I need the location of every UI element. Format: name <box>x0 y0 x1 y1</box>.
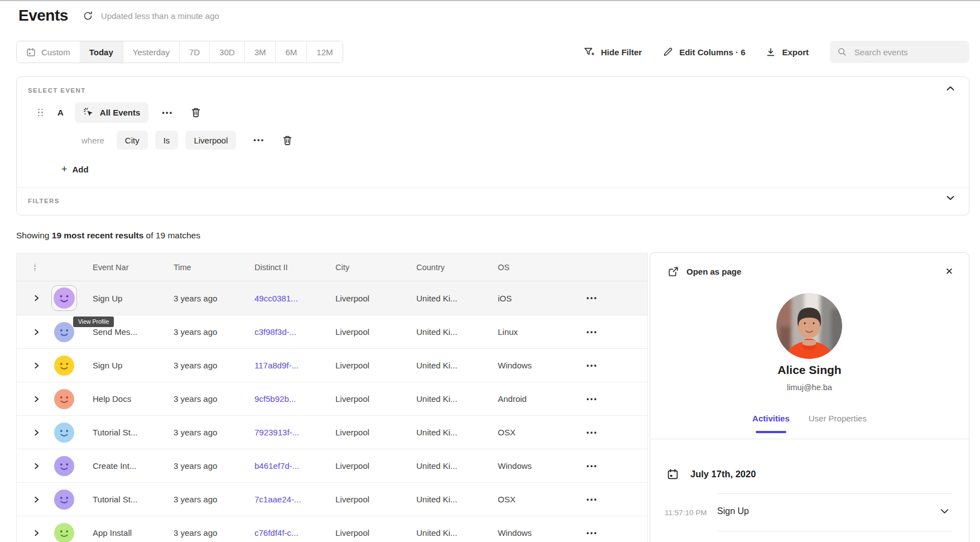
collapse-all-rows-button[interactable]: ↓ ↑ <box>17 263 45 272</box>
collapse-section-button[interactable] <box>947 86 954 91</box>
table-row[interactable]: Sign Up3 years ago49cc0381...LiverpoolUn… <box>17 281 647 315</box>
open-as-page-button[interactable]: Open as page <box>668 266 741 277</box>
add-event-button[interactable]: + Add <box>59 161 91 178</box>
results-suffix: of 19 matches <box>143 231 200 240</box>
date-range-yesterday[interactable]: Yesterday <box>123 41 179 63</box>
row-actions-button[interactable]: ••• <box>571 328 647 336</box>
cell-distinct-id-link[interactable]: c76fdf4f-c... <box>241 528 322 538</box>
user-avatar-icon[interactable] <box>54 423 74 443</box>
refresh-button[interactable] <box>83 11 93 21</box>
row-actions-button[interactable]: ••• <box>571 496 647 503</box>
expand-activity-button[interactable] <box>940 509 949 514</box>
cell-distinct-id-link[interactable]: 9cf5b92b... <box>241 394 322 404</box>
user-avatar-icon[interactable] <box>54 322 74 342</box>
search-icon <box>838 47 847 57</box>
cell-time: 3 years ago <box>160 394 241 404</box>
column-header-event-nar[interactable]: Event Nar <box>79 263 160 272</box>
row-avatar[interactable] <box>45 285 79 311</box>
table-row[interactable]: Sign Up3 years ago117a8d9f-...LiverpoolU… <box>17 348 647 382</box>
row-avatar[interactable] <box>45 456 79 476</box>
row-avatar[interactable] <box>45 423 79 443</box>
table-row[interactable]: Help Docs3 years ago9cf5b92b...Liverpool… <box>17 382 647 415</box>
row-actions-button[interactable]: ••• <box>571 429 647 437</box>
drag-handle-icon[interactable] <box>36 107 45 119</box>
row-actions-button[interactable]: ••• <box>571 395 647 403</box>
row-actions-button[interactable]: ••• <box>571 529 647 537</box>
cell-os: Windows <box>484 361 571 370</box>
row-expand-button[interactable] <box>17 463 45 469</box>
event-selector-chip[interactable]: All Events <box>75 102 149 123</box>
user-avatar-icon[interactable] <box>54 356 74 376</box>
row-actions-button[interactable]: ••• <box>571 462 647 470</box>
search-input[interactable] <box>853 47 962 57</box>
table-row[interactable]: Tutorial St...3 years ago7c1aae24-...Liv… <box>17 482 647 516</box>
row-expand-chevron-icon <box>33 329 40 335</box>
filter-property-chip[interactable]: City <box>117 131 148 150</box>
edit-columns-button[interactable]: Edit Columns · 6 <box>663 47 745 57</box>
user-avatar-icon[interactable] <box>54 287 75 309</box>
row-actions-button[interactable]: ••• <box>571 362 647 370</box>
table-row[interactable]: Create Int...3 years agob461ef7d-...Live… <box>17 449 647 482</box>
cell-distinct-id-link[interactable]: c3f98f3d-... <box>241 327 322 337</box>
date-range-12m[interactable]: 12M <box>306 41 342 63</box>
date-range-6m[interactable]: 6M <box>275 41 306 63</box>
row-expand-button[interactable] <box>17 362 45 369</box>
column-header-city[interactable]: City <box>322 263 403 272</box>
edit-columns-label: Edit Columns · 6 <box>679 47 745 57</box>
event-more-button[interactable]: ••• <box>158 105 176 120</box>
tab-activities[interactable]: Activities <box>752 414 790 433</box>
row-expand-button[interactable] <box>17 329 45 335</box>
cell-distinct-id-link[interactable]: b461ef7d-... <box>241 461 322 471</box>
results-count: Showing 19 most recent results of 19 mat… <box>16 231 200 241</box>
table-row[interactable]: Tutorial St...3 years ago7923913f-...Liv… <box>17 415 647 449</box>
date-range-today[interactable]: Today <box>80 41 123 63</box>
search-box[interactable] <box>830 41 969 63</box>
row-expand-button[interactable] <box>17 429 45 436</box>
filter-value-chip[interactable]: Liverpool <box>185 131 236 150</box>
where-clause-row: where City Is Liverpool ••• <box>81 131 295 150</box>
user-avatar-icon[interactable] <box>54 389 74 409</box>
cell-distinct-id-link[interactable]: 117a8d9f-... <box>241 361 322 370</box>
date-range-control: Custom TodayYesterday7D30D3M6M12M <box>16 41 343 63</box>
delete-filter-button[interactable] <box>280 133 295 148</box>
date-range-30d[interactable]: 30D <box>209 41 244 63</box>
divider <box>717 531 952 531</box>
user-avatar-icon[interactable] <box>54 523 74 542</box>
filter-more-button[interactable]: ••• <box>250 133 268 147</box>
row-expand-button[interactable] <box>17 530 45 536</box>
table-row[interactable]: App Install3 years agoc76fdf4f-c...Liver… <box>17 516 647 542</box>
tab-user-properties[interactable]: User Properties <box>809 414 867 433</box>
user-avatar-icon[interactable] <box>54 490 74 510</box>
hide-filter-button[interactable]: Hide Filter <box>584 47 642 57</box>
column-header-os[interactable]: OS <box>484 263 571 272</box>
event-row-letter: A <box>57 108 64 117</box>
date-range-7d[interactable]: 7D <box>179 41 209 63</box>
cell-distinct-id-link[interactable]: 7923913f-... <box>241 428 322 437</box>
row-expand-chevron-icon <box>33 362 40 369</box>
expand-filters-button[interactable] <box>947 195 954 200</box>
date-range-3m[interactable]: 3M <box>244 41 276 63</box>
row-avatar[interactable] <box>45 389 79 409</box>
cell-distinct-id-link[interactable]: 49cc0381... <box>241 294 322 303</box>
row-avatar[interactable] <box>45 356 79 376</box>
row-expand-button[interactable] <box>17 295 45 301</box>
filter-operator-chip[interactable]: Is <box>155 131 179 150</box>
column-header-distinct-ii[interactable]: Distinct II <box>241 263 322 272</box>
row-expand-button[interactable] <box>17 396 45 402</box>
delete-event-button[interactable] <box>189 105 203 120</box>
export-button[interactable]: Export <box>766 47 809 57</box>
user-avatar-icon[interactable] <box>54 456 74 476</box>
date-range-custom[interactable]: Custom <box>17 41 80 63</box>
column-header-country[interactable]: Country <box>403 263 484 272</box>
activity-row[interactable]: 11:57:10 PM Sign Up <box>650 493 969 531</box>
row-avatar[interactable] <box>45 523 79 542</box>
row-actions-button[interactable]: ••• <box>571 294 647 302</box>
column-header-time[interactable]: Time <box>160 263 241 272</box>
cell-distinct-id-link[interactable]: 7c1aae24-... <box>241 495 322 504</box>
avatar-selection-box[interactable] <box>51 285 77 311</box>
cell-event-name: Tutorial St... <box>79 495 160 504</box>
row-expand-button[interactable] <box>17 496 45 503</box>
query-builder-card: SELECT EVENT A All Events ••• <box>16 76 969 215</box>
close-panel-button[interactable]: ✕ <box>945 267 953 276</box>
row-avatar[interactable] <box>45 490 79 510</box>
